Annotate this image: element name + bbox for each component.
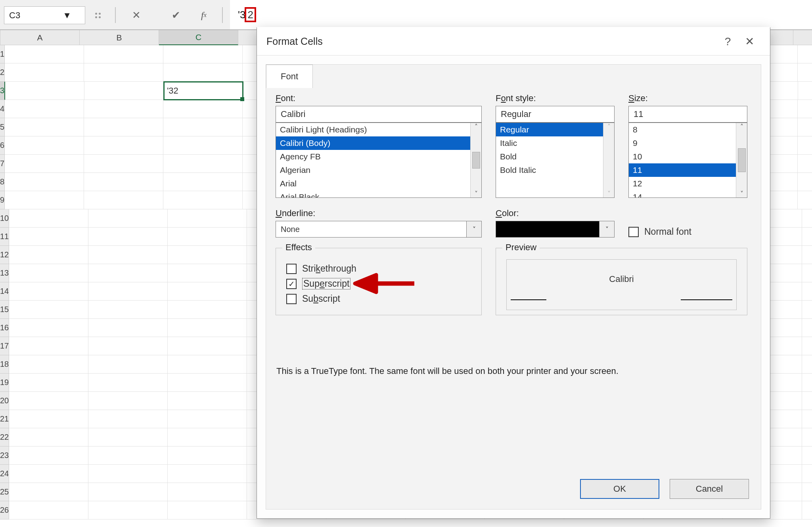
cell-K4[interactable] [798,100,812,118]
cell-A24[interactable] [9,465,88,483]
cell-C26[interactable] [168,501,247,519]
scroll-thumb[interactable] [738,148,746,172]
cell-C4[interactable] [163,100,243,118]
cell-A17[interactable] [9,337,88,355]
cell-B24[interactable] [88,465,168,483]
strikethrough-checkbox[interactable]: Strikethrough [286,263,471,274]
cell-B19[interactable] [88,374,168,392]
list-item[interactable]: Bold [496,150,603,163]
cell-K26[interactable] [802,501,812,519]
column-header-K[interactable]: K [793,30,812,45]
row-header-8[interactable]: 8 [0,173,5,191]
scrollbar[interactable]: ˄ ˅ [470,123,481,197]
scroll-thumb[interactable] [472,152,480,169]
cell-A2[interactable] [5,63,84,82]
close-button[interactable]: ✕ [739,31,760,52]
row-header-13[interactable]: 13 [0,264,9,282]
cell-C25[interactable] [168,483,247,501]
row-header-12[interactable]: 12 [0,246,9,264]
cell-B2[interactable] [84,63,163,82]
row-header-16[interactable]: 16 [0,319,9,337]
cell-K14[interactable] [802,282,812,301]
cell-B10[interactable] [88,209,168,228]
cell-B15[interactable] [88,301,168,319]
column-header-C[interactable]: C [159,30,238,45]
cell-B18[interactable] [88,355,168,374]
cell-K5[interactable] [798,118,812,136]
list-item[interactable]: Calibri (Body) [276,136,470,150]
row-header-3[interactable]: 3 [0,82,5,100]
cell-K18[interactable] [802,355,812,374]
cell-B8[interactable] [84,173,163,191]
cell-K11[interactable] [802,228,812,246]
list-item[interactable]: 8 [629,123,736,136]
font-list[interactable]: Calibri Light (Headings)Calibri (Body)Ag… [276,123,482,198]
cell-K13[interactable] [802,264,812,282]
cell-K23[interactable] [802,447,812,465]
cell-B1[interactable] [84,45,163,63]
row-header-22[interactable]: 22 [0,428,9,447]
cell-C7[interactable] [163,155,243,173]
cell-C19[interactable] [168,374,247,392]
font-input[interactable]: Calibri [276,106,482,123]
row-header-7[interactable]: 7 [0,155,5,173]
cell-C14[interactable] [168,282,247,301]
list-item[interactable]: Italic [496,136,603,150]
cell-K12[interactable] [802,246,812,264]
cell-A13[interactable] [9,264,88,282]
cell-C1[interactable] [163,45,243,63]
cell-B13[interactable] [88,264,168,282]
cell-B11[interactable] [88,228,168,246]
list-item[interactable]: Regular [496,123,603,136]
cell-A8[interactable] [5,173,84,191]
cell-C18[interactable] [168,355,247,374]
cell-K24[interactable] [802,465,812,483]
row-header-6[interactable]: 6 [0,136,5,155]
cell-B3[interactable] [84,82,164,100]
cell-B7[interactable] [84,155,163,173]
cell-C17[interactable] [168,337,247,355]
cell-C12[interactable] [168,246,247,264]
row-header-5[interactable]: 5 [0,118,5,136]
cell-K19[interactable] [802,374,812,392]
cell-C8[interactable] [163,173,243,191]
help-button[interactable]: ? [717,31,739,52]
row-header-20[interactable]: 20 [0,392,9,410]
cell-A7[interactable] [5,155,84,173]
cell-C3[interactable]: '32 [164,82,243,100]
list-item[interactable]: 10 [629,150,736,163]
cell-K22[interactable] [802,428,812,447]
row-header-2[interactable]: 2 [0,63,5,82]
cell-C16[interactable] [168,319,247,337]
cell-B14[interactable] [88,282,168,301]
name-box-dropdown-icon[interactable]: ▼ [45,10,85,21]
cell-B6[interactable] [84,136,163,155]
list-item[interactable]: 11 [629,163,736,177]
cell-A3[interactable] [5,82,84,100]
cell-A23[interactable] [9,447,88,465]
list-item[interactable]: 12 [629,177,736,190]
cell-K3[interactable] [798,82,812,100]
cell-A6[interactable] [5,136,84,155]
normal-font-checkbox[interactable]: Normal font [628,226,691,237]
dropdown-icon[interactable]: ˅ [467,221,482,238]
accept-edit-button[interactable]: ✔ [167,7,186,23]
cell-A10[interactable] [9,209,88,228]
cell-C2[interactable] [163,63,243,82]
row-header-26[interactable]: 26 [0,501,9,519]
scroll-down-icon[interactable]: ˅ [740,190,743,197]
cancel-button[interactable]: Cancel [670,479,749,499]
cell-A16[interactable] [9,319,88,337]
cell-A5[interactable] [5,118,84,136]
row-header-11[interactable]: 11 [0,228,9,246]
row-header-24[interactable]: 24 [0,465,9,483]
row-header-19[interactable]: 19 [0,374,9,392]
cell-A20[interactable] [9,392,88,410]
cell-K1[interactable] [798,45,812,63]
cell-B23[interactable] [88,447,168,465]
cell-K10[interactable] [802,209,812,228]
cell-A18[interactable] [9,355,88,374]
color-combo[interactable]: ˅ [496,221,615,238]
cell-B22[interactable] [88,428,168,447]
cell-K16[interactable] [802,319,812,337]
